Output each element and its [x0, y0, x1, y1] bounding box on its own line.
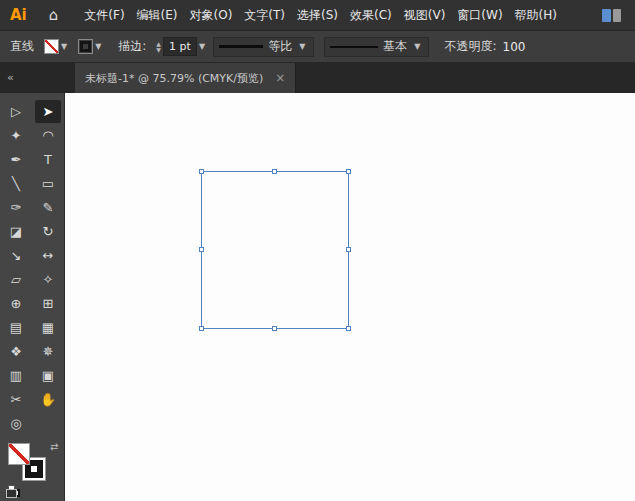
menu-effect[interactable]: 效果(C): [344, 0, 398, 30]
workspace-blue-pane: [602, 9, 611, 22]
selection-handle[interactable]: [346, 326, 351, 331]
type-tool[interactable]: T: [35, 148, 61, 171]
document-tab-bar: « 未标题-1* @ 75.79% (CMYK/预览) ×: [0, 63, 635, 93]
menu-object[interactable]: 对象(O): [184, 0, 239, 30]
perspective-grid-tool[interactable]: ⊞: [35, 292, 61, 315]
selection-handle[interactable]: [199, 169, 204, 174]
selection-handle[interactable]: [346, 247, 351, 252]
selected-rectangle[interactable]: [201, 171, 349, 329]
stroke-swatch: [78, 39, 93, 54]
document-tab[interactable]: 未标题-1* @ 75.79% (CMYK/预览) ×: [75, 63, 296, 93]
stroke-weight-label: 描边:: [118, 38, 146, 55]
chevron-down-icon[interactable]: ▼: [199, 42, 205, 51]
paintbrush-tool[interactable]: ✑: [3, 196, 29, 219]
selection-handle[interactable]: [199, 326, 204, 331]
menu-help[interactable]: 帮助(H): [509, 0, 563, 30]
pen-tool[interactable]: ✒: [3, 148, 29, 171]
slice-tool[interactable]: ✂: [3, 388, 29, 411]
fill-stroke-widget: ⇄: [8, 441, 60, 485]
fill-none-swatch: [44, 39, 59, 54]
tools-panel: ▷➤✦◠✒T╲▭✑✎◪↻↘↔▱✧⊕⊞▤▦❖✵▥▣✂✋◎ ⇄: [0, 93, 65, 501]
fill-swatch-none[interactable]: [8, 443, 30, 465]
line-segment-tool[interactable]: ╲: [3, 172, 29, 195]
selection-handle[interactable]: [272, 326, 277, 331]
tool-grid: ▷➤✦◠✒T╲▭✑✎◪↻↘↔▱✧⊕⊞▤▦❖✵▥▣✂✋◎: [0, 93, 64, 435]
shape-builder-tool[interactable]: ⊕: [3, 292, 29, 315]
canvas-area[interactable]: [65, 93, 635, 501]
symbol-sprayer-tool[interactable]: ✵: [35, 340, 61, 363]
rotate-tool[interactable]: ↻: [35, 220, 61, 243]
control-bar: 直线 ▼ ▼ 描边: ▲▼ 1 pt ▼ 等比 ▼ 基本 ▼ 不透明度: 100: [0, 30, 635, 63]
artboard-tool[interactable]: ▣: [35, 364, 61, 387]
toolbar-collapse-icon[interactable]: «: [7, 71, 14, 84]
brush-preview: [330, 46, 378, 48]
lasso-tool[interactable]: ◠: [35, 124, 61, 147]
blend-tool[interactable]: ❖: [3, 340, 29, 363]
selected-object-type: 直线: [10, 38, 34, 55]
menu-file[interactable]: 文件(F): [78, 0, 130, 30]
menu-edit[interactable]: 编辑(E): [131, 0, 184, 30]
chevron-down-icon: ▼: [414, 42, 420, 51]
menu-type[interactable]: 文字(T): [238, 0, 291, 30]
selection-handle[interactable]: [199, 247, 204, 252]
stroke-weight-field[interactable]: 1 pt: [163, 37, 197, 56]
app-logo: Ai: [0, 6, 39, 24]
scale-tool[interactable]: ↘: [3, 244, 29, 267]
variable-width-profile-dropdown[interactable]: 等比 ▼: [213, 37, 314, 57]
stroke-weight-stepper[interactable]: ▲▼: [156, 41, 161, 53]
chevron-down-icon: ▼: [299, 42, 305, 51]
eraser-tool[interactable]: ◪: [3, 220, 29, 243]
stroke-color-dropdown[interactable]: ▼: [78, 39, 104, 54]
chevron-down-icon: ▼: [61, 42, 67, 51]
menu-list: 文件(F)编辑(E)对象(O)文字(T)选择(S)效果(C)视图(V)窗口(W)…: [78, 0, 563, 30]
draw-mode-button[interactable]: [6, 489, 17, 498]
hand-tool[interactable]: ✋: [35, 388, 61, 411]
pencil-tool[interactable]: ✎: [35, 196, 61, 219]
menu-window[interactable]: 窗口(W): [451, 0, 508, 30]
rectangle-tool[interactable]: ▭: [35, 172, 61, 195]
width-tool[interactable]: ↔: [35, 244, 61, 267]
magic-wand-tool[interactable]: ✦: [3, 124, 29, 147]
width-profile-preview: [219, 45, 263, 48]
home-icon[interactable]: ⌂: [39, 6, 69, 24]
selection-handle[interactable]: [346, 169, 351, 174]
eyedropper-tool[interactable]: ✧: [35, 268, 61, 291]
menu-select[interactable]: 选择(S): [291, 0, 344, 30]
menubar: Ai ⌂ 文件(F)编辑(E)对象(O)文字(T)选择(S)效果(C)视图(V)…: [0, 0, 635, 30]
chevron-down-icon: ▼: [95, 42, 101, 51]
menu-view[interactable]: 视图(V): [398, 0, 452, 30]
opacity-label: 不透明度:: [444, 38, 496, 55]
width-profile-label: 等比: [268, 38, 292, 55]
swap-fill-stroke-icon[interactable]: ⇄: [50, 441, 58, 452]
selection-handle[interactable]: [272, 169, 277, 174]
gradient-tool[interactable]: ▤: [3, 316, 29, 339]
fill-color-dropdown[interactable]: ▼: [44, 39, 70, 54]
workspace-switcher-icon[interactable]: [602, 9, 621, 22]
free-transform-tool[interactable]: ▱: [3, 268, 29, 291]
opacity-value[interactable]: 100: [503, 40, 526, 54]
workspace-gray-pane: [613, 9, 621, 22]
document-tab-title: 未标题-1* @ 75.79% (CMYK/预览): [85, 71, 263, 86]
brush-label: 基本: [383, 38, 407, 55]
zoom-tool[interactable]: ◎: [3, 412, 29, 435]
column-graph-tool[interactable]: ▥: [3, 364, 29, 387]
close-icon[interactable]: ×: [275, 71, 285, 85]
selection-tool[interactable]: ➤: [35, 100, 61, 123]
direct-selection-tool[interactable]: ▷: [3, 100, 29, 123]
brush-definition-dropdown[interactable]: 基本 ▼: [324, 37, 429, 57]
mesh-tool[interactable]: ▦: [35, 316, 61, 339]
